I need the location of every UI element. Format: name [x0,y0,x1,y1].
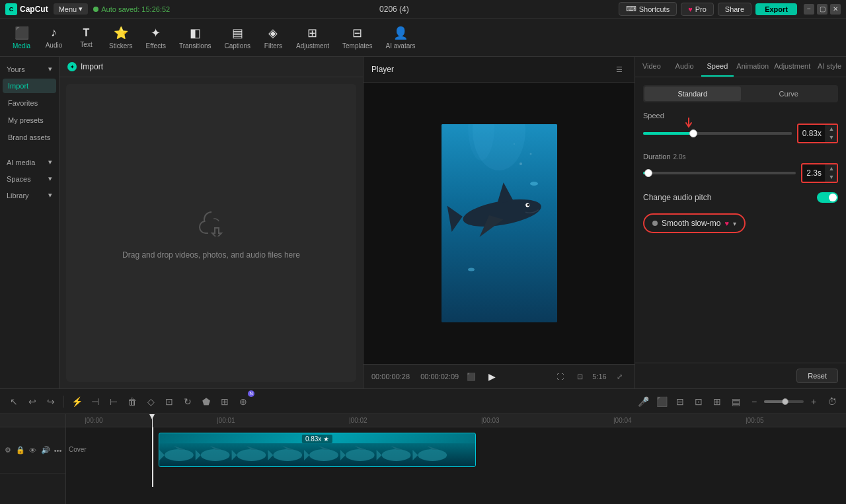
tool-audio[interactable]: ♪ Audio [39,23,69,52]
duration-decrement-button[interactable]: ▼ [826,173,837,182]
duration-slider[interactable] [643,172,796,174]
transitions-icon: ◧ [190,26,201,40]
play-button[interactable]: ▶ [484,369,500,384]
duration-increment-button[interactable]: ▲ [826,164,837,173]
tool-ai-avatars[interactable]: 👤 AI avatars [381,23,421,52]
tool-transitions[interactable]: ◧ Transitions [174,23,217,52]
sidebar-item-my-presets[interactable]: My presets [3,113,56,127]
duration-value[interactable]: 2.3s [802,166,826,180]
speed-slider-thumb[interactable] [689,129,697,137]
main-layout: Yours ▾ Import Favorites My presets Bran… [0,57,846,388]
speed-tab-curve[interactable]: Curve [741,87,837,101]
track-eye-button[interactable]: 👁 [28,445,38,456]
transform-button[interactable]: ⊞ [216,393,233,410]
sidebar-item-favorites[interactable]: Favorites [3,96,56,110]
sidebar-ai-media-dropdown[interactable]: AI media ▾ [3,155,56,169]
tab-ai-style[interactable]: AI style [813,57,846,77]
zoom-thumb[interactable] [782,398,788,405]
sidebar-spaces-dropdown[interactable]: Spaces ▾ [3,172,56,186]
minimize-button[interactable]: − [804,4,814,15]
speed-increment-button[interactable]: ▲ [826,125,837,133]
sidebar-yours-dropdown[interactable]: Yours ▾ [3,62,56,76]
sidebar-item-import[interactable]: Import [3,79,56,93]
track-audio-button[interactable]: 🔊 [40,445,50,456]
maximize-button[interactable]: ▢ [817,4,827,15]
menu-label: Menu [59,5,77,13]
tool-media[interactable]: ⬛ Media [7,23,36,52]
expand-button[interactable]: ⤢ [612,369,627,384]
tool-text[interactable]: T Text [71,24,101,51]
tab-speed[interactable]: Speed [701,57,734,77]
rotate-button[interactable]: ↻ [179,393,196,410]
mic-button[interactable]: 🎤 [634,393,652,410]
delete-button[interactable]: 🗑 [124,393,141,410]
video-clip-button[interactable]: ⬛ [653,393,670,410]
crop-button[interactable]: ◇ [142,393,159,410]
zoom-out-button[interactable]: − [746,393,763,410]
track-lock-button[interactable]: 🔒 [15,445,25,456]
clock-button[interactable]: ⏱ [824,393,841,410]
shortcuts-button[interactable]: ⌨ Shortcuts [619,2,677,16]
redo-button[interactable]: ↪ [42,393,59,410]
share-button[interactable]: Share [718,3,751,16]
duration-slider-thumb[interactable] [644,169,652,177]
tool-captions[interactable]: ▤ Captions [219,23,256,52]
effects-icon: ✦ [151,26,161,40]
tool-filters[interactable]: ◈ Filters [258,23,288,52]
media-panel: ✦ Import Drag and drop videos, photos, a… [59,57,364,388]
library-label: Library [7,192,29,199]
duration-label: Duration [643,153,671,161]
sidebar-library-dropdown[interactable]: Library ▾ [3,188,56,202]
menu-button[interactable]: Menu ▾ [54,3,89,15]
bottom-area: ↖ ↩ ↪ ⚡ ⊣ ⊢ 🗑 ◇ ⊡ ↻ ⬟ ⊞ ⊕ N 🎤 ⬛ ⊟ ⊡ ⊞ ▤ … [0,388,846,504]
speed-tab-standard[interactable]: Standard [644,87,741,101]
frame-back-button[interactable]: ⬛ [464,369,479,384]
duration-spinners: ▲ ▼ [826,164,837,182]
select-tool-button[interactable]: ↖ [5,393,22,410]
timeline-clip[interactable]: 0.83x ★ [159,433,476,467]
tab-animation[interactable]: Animation [734,57,771,77]
ruler-mark-5: |00:05 [746,417,764,424]
tool-stickers[interactable]: ⭐ Stickers [104,23,138,52]
tab-adjustment[interactable]: Adjustment [771,57,813,77]
sidebar-item-brand-assets[interactable]: Brand assets [3,130,56,145]
speed-decrement-button[interactable]: ▼ [826,133,837,142]
media-drop-zone[interactable]: Drag and drop videos, photos, and audio … [66,84,356,382]
tool-adjustment[interactable]: ⊞ Adjustment [291,23,334,52]
zoom-in-button[interactable]: + [805,393,822,410]
undo-button[interactable]: ↩ [24,393,41,410]
effects-label: Effects [146,42,166,50]
fit-button[interactable]: ⊡ [572,369,587,384]
tool-effects[interactable]: ✦ Effects [141,23,171,52]
audio-clip-button[interactable]: ⊟ [672,393,689,410]
window-controls: − ▢ ✕ [804,4,841,15]
overlay-button[interactable]: ⊡ [690,393,707,410]
split-button[interactable]: ⚡ [68,393,85,410]
subtitle-button[interactable]: ▤ [727,393,744,410]
tool-templates[interactable]: ⊟ Templates [337,23,378,52]
sticker-tl-button[interactable]: ⊞ [709,393,726,410]
trim-right-button[interactable]: ⊢ [105,393,122,410]
keyframe-button[interactable]: ⬟ [198,393,215,410]
player-header: Player ☰ [364,57,634,83]
audio-pitch-toggle[interactable] [817,192,838,203]
close-button[interactable]: ✕ [830,4,841,15]
timeline-zoom-slider[interactable] [764,400,804,403]
trim-left-button[interactable]: ⊣ [87,393,104,410]
speed-value[interactable]: 0.83x [798,126,826,141]
pro-button[interactable]: ♥ Pro [681,3,714,16]
player-menu-button[interactable]: ☰ [612,62,627,77]
tab-audio[interactable]: Audio [668,57,701,77]
export-button[interactable]: Export [755,3,797,15]
duration-label-row: Duration 2.0s [643,153,838,161]
more-button[interactable]: ⊕ N [235,393,252,410]
speed-slider-track[interactable] [643,132,792,135]
reset-button[interactable]: Reset [796,369,838,383]
mirror-button[interactable]: ⊡ [161,393,178,410]
tab-video[interactable]: Video [635,57,668,77]
track-settings-button[interactable]: ⚙ [3,445,13,456]
aspect-ratio-button[interactable]: 5:16 [592,369,607,384]
track-more-button[interactable]: ••• [53,445,63,456]
smooth-slowmo-button[interactable]: Smooth slow-mo ♥ ▾ [643,213,746,233]
fullscreen-button[interactable]: ⛶ [553,369,567,384]
